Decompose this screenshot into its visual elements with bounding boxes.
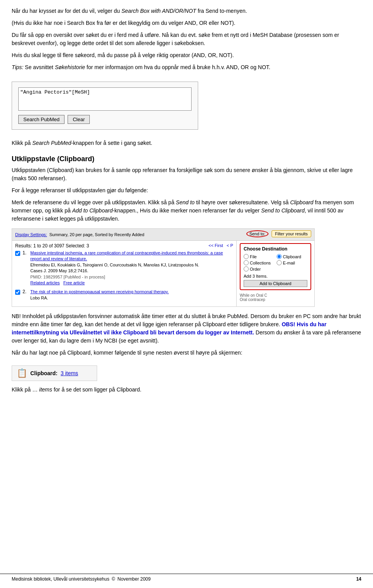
dest-clipboard-radio[interactable] — [277, 254, 282, 259]
clipboard-bar-screenshot: 📋 Clipboard: 3 items — [12, 365, 97, 381]
dest-email-label: E-mail — [283, 261, 295, 265]
aside-text: While on Oral C Oral contracep — [240, 293, 311, 302]
page-number: 14 — [356, 576, 361, 582]
dest-file-label: File — [250, 254, 257, 259]
filter-results-button[interactable]: Filter your results — [272, 230, 311, 237]
item2-checkbox[interactable] — [15, 290, 20, 295]
dest-clipboard-label: Clipboard — [283, 254, 301, 259]
item2-title-link[interactable]: The risk of stroke in postmenopausal wom… — [30, 289, 169, 294]
dest-file-option[interactable]: File — [244, 254, 274, 259]
results-count: Results: 1 to 20 of 3097 Selected: 3 << … — [15, 243, 233, 249]
clipboard-para1: Utklippstavlen (Clipboard) kan brukes fo… — [12, 166, 361, 183]
dest-file-radio[interactable] — [244, 254, 249, 259]
paragraph-3: Du får så opp en oversikt over søket du … — [12, 31, 361, 47]
clip-top-bar: Display Settings: Summary, 20 per page, … — [12, 229, 314, 241]
dest-email-option[interactable]: E-mail — [277, 260, 307, 265]
item1-free-article-link[interactable]: Free article — [63, 280, 85, 285]
dest-collections-radio[interactable] — [244, 260, 249, 265]
tips-paragraph: Tips: Se avsnittet Søkehistorie for mer … — [12, 63, 361, 71]
clipboard-para2-line1: For å legge referanser til utklippstavle… — [12, 186, 361, 195]
destination-panel: Choose Destination File Clipboard Col — [237, 241, 314, 306]
dest-collections-option[interactable]: Collections — [244, 260, 274, 265]
paragraph-1: Når du har krysset av for det du vil, ve… — [12, 7, 361, 15]
after-clipboard-paragraph: Når du har lagt noe på Clipboard, kommer… — [12, 349, 361, 357]
clear-button[interactable]: Clear — [68, 115, 90, 124]
add-to-clipboard-button[interactable]: Add to Clipboard — [244, 280, 307, 287]
clipboard-para2-line2: Merk de referansene du vil legge over på… — [12, 198, 361, 223]
clip-results-area: Results: 1 to 20 of 3097 Selected: 3 << … — [12, 241, 237, 306]
result-item-1: 1. Massive intestinal ischemia, a rare c… — [15, 250, 233, 286]
clipboard-section-heading: Utklippstavle (Clipboard) — [12, 155, 361, 163]
item1-related-articles-link[interactable]: Related articles — [30, 280, 60, 285]
dest-clipboard-option[interactable]: Clipboard — [277, 254, 307, 259]
item1-journal: Cases J. 2009 May 18;2:7416. — [30, 268, 88, 273]
footer-left: Medisinsk bibliotek, Ullevål universitet… — [12, 576, 151, 582]
dest-collections-label: Collections — [250, 261, 271, 265]
item2-author: Lobo RA. — [30, 296, 48, 300]
search-textarea[interactable]: "Angina Pectoris"[MeSH] — [18, 87, 192, 111]
destination-title: Choose Destination — [244, 246, 307, 252]
item1-checkbox[interactable] — [15, 251, 20, 256]
footer-copyright-symbol: © — [112, 576, 115, 582]
search-pubmed-button[interactable]: Search PubMed — [18, 115, 64, 124]
search-screenshot: "Angina Pectoris"[MeSH] Search PubMed Cl… — [12, 82, 198, 130]
clipboard-screenshot: Display Settings: Summary, 20 per page, … — [12, 228, 315, 307]
click-items-paragraph: Klikk på … items for å se det som ligger… — [12, 386, 361, 394]
choose-destination-panel: Choose Destination File Clipboard Col — [240, 243, 311, 290]
dest-order-radio[interactable] — [244, 266, 249, 271]
page-footer: Medisinsk bibliotek, Ullevål universitet… — [0, 574, 373, 584]
paragraph-2: (Hvis du ikke har noe i Search Box fra f… — [12, 19, 361, 27]
footer-institution: Medisinsk bibliotek, Ullevål universitet… — [12, 576, 109, 582]
item1-pmid: PMID: 19829957 [PubMed - in process] — [30, 275, 105, 279]
nav-links[interactable]: << First < P — [209, 243, 233, 248]
clipboard-icon: 📋 — [17, 368, 27, 378]
display-settings-value: Summary, 20 per page, Sorted by Recently… — [49, 232, 144, 237]
item1-authors: Efremidou EI, Kouklakis G, Tsirogianni O… — [30, 263, 199, 267]
after-search-paragraph: Klikk på Search PubMed-knappen for å set… — [12, 139, 361, 147]
nb-paragraph: NB! Innholdet på utklippstavlen forsvinn… — [12, 312, 361, 345]
dest-order-label: Order — [250, 267, 261, 271]
clipboard-bar-label: Clipboard: — [30, 370, 58, 376]
dest-order-option[interactable]: Order — [244, 266, 274, 271]
paragraph-4: Hvis du skal legge til flere søkeord, må… — [12, 51, 361, 59]
item1-title-link[interactable]: Massive intestinal ischemia, a rare comp… — [30, 251, 223, 261]
item1-related-links: Related articles Free article — [30, 280, 85, 285]
display-settings-link[interactable]: Display Settings: — [15, 232, 47, 237]
send-to-button[interactable]: Send to: — [246, 230, 268, 237]
add-items-label: Add 3 Items. — [244, 274, 307, 278]
clipboard-items-link[interactable]: 3 items — [61, 370, 78, 376]
result-item-2: 2. The risk of stroke in postmenopausal … — [15, 289, 233, 301]
dest-email-radio[interactable] — [277, 260, 282, 265]
destination-options: File Clipboard Collections E-mail — [244, 254, 307, 271]
footer-date: November 2009 — [117, 576, 150, 582]
